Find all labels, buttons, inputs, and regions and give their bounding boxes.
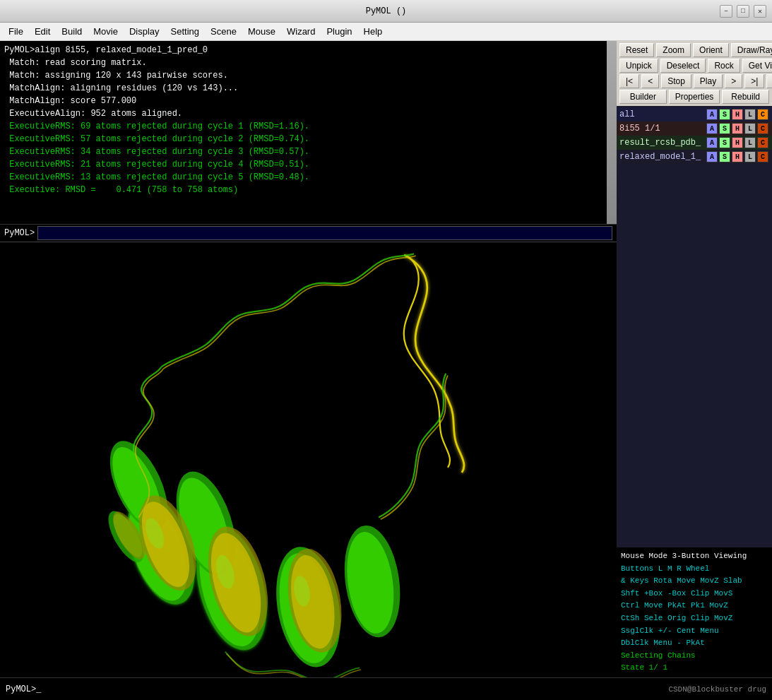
obj-btn-l[interactable]: L	[744, 151, 756, 162]
obj-btn-c[interactable]: C	[757, 123, 768, 134]
toolbar-row-3: |< < Stop Play > >| MClear	[619, 74, 769, 88]
mouse-info-line5: Ctrl Move PkAt Pk1 MovZ	[621, 600, 768, 612]
orient-button[interactable]: Orient	[693, 43, 729, 57]
main-content: PyMOL>align 8i55, relaxed_model_1_pred_0…	[0, 41, 772, 677]
console-input-row: PyMOL>	[0, 224, 617, 242]
object-name: 8i55 1/1	[619, 124, 706, 134]
window-controls: – □ ✕	[720, 5, 766, 18]
object-row[interactable]: result_rcsb_pdb_ASHLC	[617, 136, 772, 150]
menu-movie[interactable]: Movie	[88, 25, 124, 38]
deselect-button[interactable]: Deselect	[660, 59, 706, 73]
bottom-prompt: PyMOL>_	[6, 684, 41, 694]
obj-btn-s[interactable]: S	[719, 151, 730, 162]
end-button[interactable]: >|	[744, 74, 764, 88]
mouse-info-line2: Buttons L M R Wheel	[621, 563, 768, 576]
obj-btn-h[interactable]: H	[732, 123, 743, 134]
obj-btn-l[interactable]: L	[744, 123, 756, 134]
bottom-bar: PyMOL>_ CSDN@Blockbuster drug	[0, 677, 772, 700]
rewind-button[interactable]: |<	[619, 74, 639, 88]
menu-display[interactable]: Display	[124, 25, 165, 38]
menu-setting[interactable]: Setting	[165, 25, 205, 38]
menu-plugin[interactable]: Plugin	[321, 25, 357, 38]
reset-button[interactable]: Reset	[619, 43, 654, 57]
builder-button[interactable]: Builder	[619, 90, 667, 104]
console-line: MatchAlign: score 577.000	[4, 95, 612, 107]
stop-button[interactable]: Stop	[661, 74, 691, 88]
toolbar-row-1: Reset Zoom Orient Draw/Ray ▼	[619, 43, 769, 57]
obj-btn-c[interactable]: C	[757, 137, 768, 148]
toolbar-row-4: Builder Properties Rebuild	[619, 90, 769, 104]
menu-file[interactable]: File	[3, 25, 29, 38]
console-line: ExecutiveAlign: 952 atoms aligned.	[4, 107, 612, 120]
console-area: PyMOL>align 8i55, relaxed_model_1_pred_0…	[0, 41, 617, 242]
obj-btn-a[interactable]: A	[706, 109, 718, 120]
close-button[interactable]: ✕	[754, 5, 766, 18]
obj-btn-c[interactable]: C	[757, 109, 768, 120]
console-line: Executive: RMSD = 0.471 (758 to 758 atom…	[4, 184, 612, 196]
object-name: result_rcsb_pdb_	[619, 138, 706, 148]
mouse-info-selecting: Selecting Chains	[621, 650, 768, 663]
object-row[interactable]: allASHLC	[617, 107, 772, 121]
menu-wizard[interactable]: Wizard	[281, 25, 321, 38]
menu-help[interactable]: Help	[358, 25, 388, 38]
menu-scene[interactable]: Scene	[205, 25, 242, 38]
getview-button[interactable]: Get View	[742, 59, 772, 73]
zoom-button[interactable]: Zoom	[656, 43, 691, 57]
console-line: PyMOL>align 8i55, relaxed_model_1_pred_0	[4, 44, 612, 57]
window-title: PyMOL ()	[366, 6, 407, 16]
toolbar-top: Reset Zoom Orient Draw/Ray ▼ Unpick Dese…	[617, 41, 772, 106]
obj-btn-l[interactable]: L	[744, 137, 756, 148]
console-line: Match: read scoring matrix.	[4, 57, 612, 69]
obj-btn-h[interactable]: H	[732, 151, 743, 162]
unpick-button[interactable]: Unpick	[619, 59, 658, 73]
obj-btn-h[interactable]: H	[732, 109, 743, 120]
object-row[interactable]: 8i55 1/1ASHLC	[617, 121, 772, 136]
obj-btn-s[interactable]: S	[719, 109, 730, 120]
console-line: ExecutiveRMS: 69 atoms rejected during c…	[4, 120, 612, 133]
maximize-button[interactable]: □	[737, 5, 749, 18]
console-line: ExecutiveRMS: 34 atoms rejected during c…	[4, 146, 612, 158]
back-button[interactable]: <	[641, 74, 659, 88]
minimize-button[interactable]: –	[720, 5, 732, 18]
console-line: ExecutiveRMS: 57 atoms rejected during c…	[4, 133, 612, 146]
left-panel: PyMOL>align 8i55, relaxed_model_1_pred_0…	[0, 41, 617, 677]
obj-btn-a[interactable]: A	[706, 123, 718, 134]
menu-mouse[interactable]: Mouse	[242, 25, 281, 38]
mclear-button[interactable]: MClear	[766, 74, 772, 88]
object-row[interactable]: relaxed_model_1_ASHLC	[617, 150, 772, 164]
console-prompt: PyMOL>	[4, 228, 35, 238]
console-output[interactable]: PyMOL>align 8i55, relaxed_model_1_pred_0…	[0, 41, 617, 224]
menu-build[interactable]: Build	[56, 25, 88, 38]
obj-btn-s[interactable]: S	[719, 137, 730, 148]
obj-btn-a[interactable]: A	[706, 151, 718, 162]
obj-btn-h[interactable]: H	[732, 137, 743, 148]
obj-btn-a[interactable]: A	[706, 137, 718, 148]
console-scrollbar[interactable]	[607, 41, 617, 224]
mouse-info-state: State 1/ 1	[621, 662, 768, 675]
obj-btn-c[interactable]: C	[757, 151, 768, 162]
protein-visualization	[0, 242, 617, 677]
mouse-info: Mouse Mode 3-Button Viewing Buttons L M …	[617, 547, 772, 677]
console-input[interactable]	[37, 226, 612, 240]
console-line: ExecutiveRMS: 21 atoms rejected during c…	[4, 158, 612, 171]
viewport[interactable]	[0, 242, 617, 677]
play-button[interactable]: Play	[694, 74, 723, 88]
mouse-info-line8: DblClk Menu - PkAt	[621, 637, 768, 650]
properties-button[interactable]: Properties	[669, 90, 720, 104]
mouse-info-line3: & Keys Rota Move MovZ Slab	[621, 575, 768, 588]
object-list: allASHLC8i55 1/1ASHLCresult_rcsb_pdb_ASH…	[617, 106, 772, 547]
obj-btn-s[interactable]: S	[719, 123, 730, 134]
menu-edit[interactable]: Edit	[29, 25, 56, 38]
menu-bar: File Edit Build Movie Display Setting Sc…	[0, 23, 772, 41]
console-line: ExecutiveRMS: 13 atoms rejected during c…	[4, 171, 612, 184]
right-panel: Reset Zoom Orient Draw/Ray ▼ Unpick Dese…	[617, 41, 772, 677]
toolbar-row-2: Unpick Deselect Rock Get View	[619, 59, 769, 73]
object-name: relaxed_model_1_	[619, 152, 706, 162]
drawray-button[interactable]: Draw/Ray ▼	[731, 43, 772, 57]
obj-btn-l[interactable]: L	[744, 109, 756, 120]
mouse-info-line6: CtSh Sele Orig Clip MovZ	[621, 612, 768, 625]
forward-button[interactable]: >	[725, 74, 742, 88]
rebuild-button[interactable]: Rebuild	[722, 90, 769, 104]
rock-button[interactable]: Rock	[708, 59, 740, 73]
mouse-info-line1: Mouse Mode 3-Button Viewing	[621, 550, 768, 563]
